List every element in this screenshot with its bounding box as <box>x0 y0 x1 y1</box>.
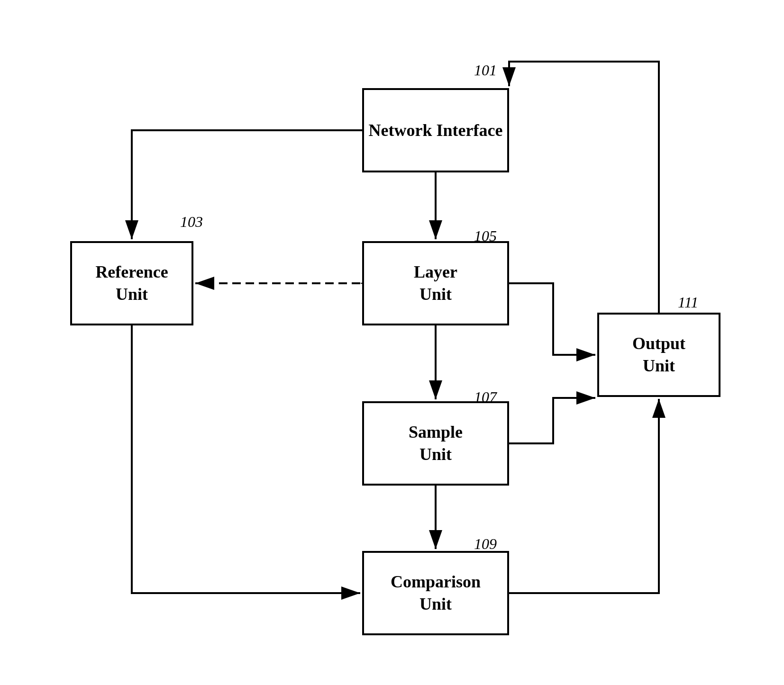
label-101: 101 <box>474 62 497 79</box>
label-111: 111 <box>678 294 698 311</box>
label-109: 109 <box>474 535 497 553</box>
layer-unit-box: LayerUnit <box>362 241 509 325</box>
output-unit-box: OutputUnit <box>597 313 720 397</box>
diagram: Network Interface 101 LayerUnit 105 Samp… <box>0 0 784 685</box>
reference-unit-box: ReferenceUnit <box>70 241 193 325</box>
label-105: 105 <box>474 227 497 245</box>
comparison-unit-box: ComparisonUnit <box>362 551 509 635</box>
sample-unit-box: SampleUnit <box>362 401 509 486</box>
label-103: 103 <box>180 213 203 231</box>
network-interface-box: Network Interface <box>362 88 509 172</box>
label-107: 107 <box>474 388 497 406</box>
